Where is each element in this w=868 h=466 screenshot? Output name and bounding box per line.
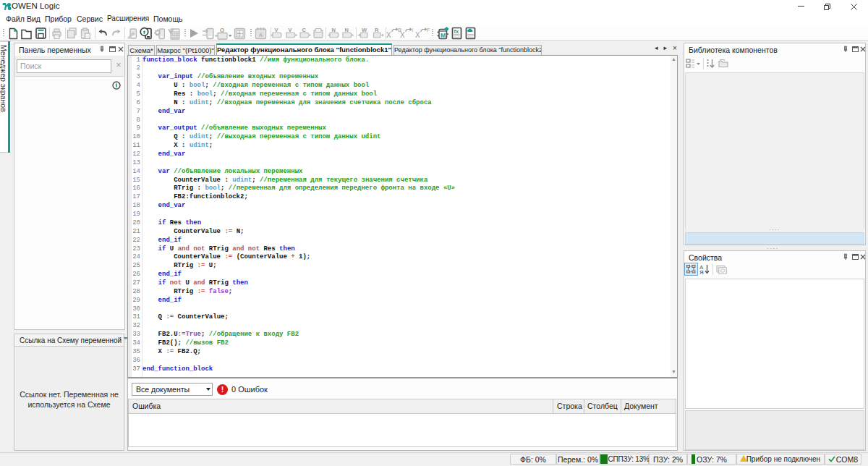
svg-text:X: X bbox=[386, 31, 391, 39]
svg-text:A: A bbox=[259, 32, 263, 38]
svg-text:M: M bbox=[441, 32, 446, 39]
svg-text:V: V bbox=[275, 27, 278, 33]
svg-text:W: W bbox=[362, 27, 367, 33]
svg-text:Я: Я bbox=[699, 269, 704, 275]
svg-text:Q: Q bbox=[220, 27, 224, 33]
svg-text:R: R bbox=[375, 27, 379, 33]
svg-text:04: 04 bbox=[237, 33, 242, 37]
svg-text:F: F bbox=[427, 27, 430, 33]
svg-text:I: I bbox=[412, 27, 413, 33]
svg-text:fx: fx bbox=[454, 28, 459, 35]
svg-text:N: N bbox=[345, 27, 349, 33]
svg-text:N: N bbox=[332, 27, 336, 33]
svg-text:X: X bbox=[415, 31, 420, 39]
svg-text:X: X bbox=[400, 31, 405, 39]
svg-text:C: C bbox=[302, 27, 307, 33]
svg-text:V: V bbox=[289, 27, 292, 33]
